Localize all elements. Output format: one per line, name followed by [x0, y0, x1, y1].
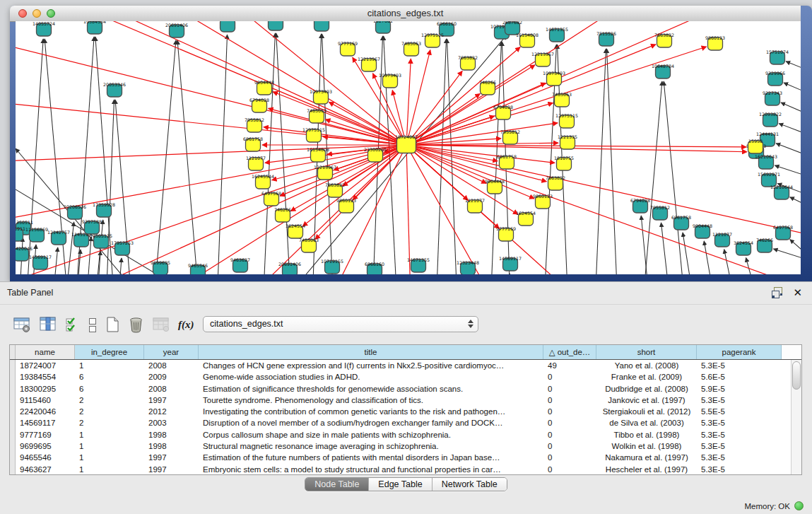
graph-node[interactable]: 20691406 [165, 23, 188, 38]
tab-edge-table[interactable]: Edge Table [368, 478, 431, 491]
cell-year[interactable]: 2008 [144, 383, 199, 395]
graph-node[interactable]: 10973493 [379, 73, 401, 88]
cell-name[interactable]: 18724007 [16, 360, 75, 371]
cell-in_degree[interactable]: 2 [75, 417, 144, 428]
column-header-pagerank[interactable]: pagerank [697, 345, 782, 359]
graph-node[interactable]: 6794028 [630, 198, 650, 214]
cell-year[interactable]: 1997 [144, 452, 199, 463]
graph-node[interactable]: 1121077 [712, 232, 732, 247]
graph-node[interactable]: 16245544 [252, 174, 274, 189]
graph-node[interactable]: 9777169 [496, 226, 516, 242]
cell-in_degree[interactable]: 1 [75, 429, 144, 440]
graph-node[interactable]: 19384554 [83, 21, 106, 34]
table-row[interactable]: 1872400712008Changes of HCN gene express… [10, 360, 801, 371]
graph-node[interactable]: 746266 [274, 207, 291, 223]
cell-name[interactable]: 9777169 [16, 429, 75, 440]
cell-title[interactable]: Genome-wide association studies in ADHD. [199, 371, 543, 382]
table-row[interactable]: 2242004622012Investigating the contribut… [10, 406, 801, 417]
column-header-name[interactable]: name [16, 345, 75, 359]
table-row[interactable]: 1938455462009Genome-wide association stu… [10, 371, 801, 382]
graph-node[interactable]: 9904448 [485, 179, 505, 194]
graph-node[interactable]: 7955812 [500, 129, 520, 145]
column-header-short[interactable]: short [596, 345, 697, 359]
graph-node[interactable]: 12975115 [421, 33, 444, 48]
graph-node[interactable]: 7485063 [401, 41, 421, 57]
graph-node[interactable]: 9860123 [705, 35, 725, 51]
cell-short[interactable]: Nakamura et al. (1997) [596, 452, 697, 463]
graph-node[interactable]: 12213967 [358, 57, 380, 72]
graph-node[interactable]: 1121077 [246, 156, 266, 171]
cell-name[interactable]: 9115460 [16, 395, 75, 406]
cell-name[interactable]: 18300295 [16, 383, 75, 395]
tab-network-table[interactable]: Network Table [432, 478, 507, 491]
create-column-button[interactable] [105, 316, 120, 333]
graph-node[interactable]: 20206536 [64, 204, 86, 220]
graph-node[interactable]: 15751074 [766, 49, 789, 65]
table-row[interactable]: 946554611997Estimation of the future num… [10, 452, 801, 463]
graph-node[interactable]: 18724007 [395, 134, 418, 153]
graph-node[interactable]: 17957253 [111, 240, 134, 256]
graph-node[interactable]: 7955812 [650, 205, 670, 221]
graph-node[interactable]: 7485063 [299, 238, 319, 253]
column-header-year[interactable]: year [144, 345, 199, 359]
cell-short[interactable]: Dudbridge et al. (2008) [596, 383, 697, 395]
cell-short[interactable]: Wolkin et al. (1998) [596, 440, 697, 452]
graph-node[interactable]: 9860123 [533, 194, 553, 209]
cell-year[interactable]: 2003 [144, 417, 199, 428]
graph-node[interactable]: 9463627 [230, 257, 250, 273]
graph-node[interactable]: 9465546 [188, 263, 208, 275]
cell-out_degree[interactable]: 0 [543, 395, 596, 406]
cell-in_degree[interactable]: 1 [75, 464, 144, 475]
graph-node[interactable]: 746266 [479, 80, 496, 95]
cell-title[interactable]: Tourette syndrome. Phenomenology and cla… [199, 395, 543, 406]
graph-node[interactable]: 7485063 [552, 92, 572, 107]
table-row[interactable]: 977716911998Corpus callosum shape and si… [10, 429, 801, 440]
graph-node[interactable]: 1810755 [554, 156, 574, 171]
cell-year[interactable]: 1998 [144, 440, 199, 452]
cell-out_degree[interactable]: 49 [543, 360, 596, 371]
cell-title[interactable]: Structural magnetic resonance image aver… [199, 440, 543, 452]
graph-node[interactable]: 14055724 [33, 21, 55, 36]
graph-node[interactable]: 14671355 [546, 27, 568, 42]
graph-node[interactable]: 9699695 [151, 260, 170, 275]
graph-node[interactable]: 3624554 [734, 240, 753, 256]
cell-name[interactable]: 22420046 [16, 406, 75, 417]
graph-node[interactable]: 9329966 [765, 71, 785, 86]
table-row[interactable]: 1830029562008Estimation of significance … [10, 383, 801, 395]
cell-pagerank[interactable]: 5.3E-5 [697, 440, 782, 452]
graph-node[interactable]: 12213967 [531, 52, 554, 67]
cell-in_degree[interactable]: 2 [75, 395, 144, 406]
graph-node[interactable]: 9777169 [338, 41, 358, 57]
cell-name[interactable]: 19384554 [16, 371, 75, 382]
graph-node[interactable]: 20691406 [278, 262, 301, 275]
graph-node[interactable]: 14671355 [407, 257, 430, 273]
cell-pagerank[interactable]: 5.3E-5 [697, 464, 782, 475]
table-mode-button[interactable] [13, 316, 31, 333]
cell-year[interactable]: 2012 [144, 406, 199, 417]
show-columns-button[interactable] [39, 316, 57, 333]
cell-title[interactable]: Corpus callosum shape and size in male p… [199, 429, 543, 440]
graph-node[interactable]: 10653267 [310, 21, 333, 31]
graph-node[interactable]: 6794028 [249, 98, 269, 113]
column-header-out_degree[interactable]: △ out_de… [543, 345, 596, 359]
graph-node[interactable]: 9397588 [82, 219, 102, 235]
graph-node[interactable]: 12975115 [555, 113, 578, 129]
function-builder-button[interactable]: f(x) [178, 319, 194, 331]
table-select-dropdown[interactable]: citations_edges.txt [203, 316, 478, 332]
cell-year[interactable]: 1998 [144, 429, 199, 440]
cell-title[interactable]: Embryonic stem cells: a model to study s… [199, 464, 543, 475]
graph-node[interactable]: 16210643 [755, 154, 777, 170]
graph-node[interactable]: 6794028 [493, 105, 513, 120]
window-titlebar[interactable]: citations_edges.txt [10, 6, 801, 22]
table-scrollbar[interactable] [791, 360, 801, 474]
cell-out_degree[interactable]: 0 [543, 371, 596, 382]
memory-indicator-icon[interactable] [794, 501, 804, 510]
cell-in_degree[interactable]: 1 [75, 360, 144, 371]
graph-node[interactable]: 7515526 [596, 31, 616, 47]
graph-node[interactable]: 6966160 [365, 262, 384, 275]
graph-node[interactable]: 6961758 [671, 215, 691, 230]
delete-table-button[interactable] [152, 316, 170, 333]
graph-node[interactable]: 1221335 [558, 134, 577, 150]
graph-node[interactable]: 18300295 [216, 21, 239, 32]
table-row[interactable]: 946362711997Embryonic stem cells: a mode… [10, 464, 801, 475]
